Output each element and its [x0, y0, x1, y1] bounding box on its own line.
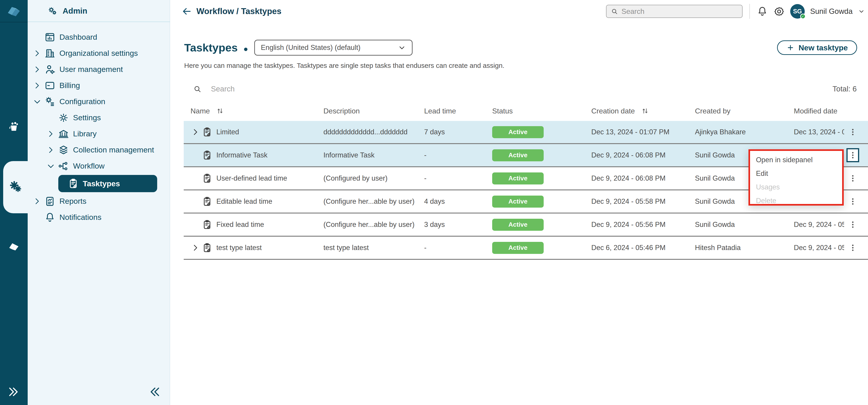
col-header-status: Status: [492, 107, 513, 115]
sidebar-item-label: Collection management: [73, 146, 154, 154]
tasktype-modified-date: Dec 9, 2024 - 05: [794, 244, 844, 252]
table-row[interactable]: Limitedddddddddddddd...ddddddd7 daysActi…: [184, 121, 868, 144]
table-row[interactable]: Fixed lead time(Configure her...able by …: [184, 214, 868, 237]
settings-gear-icon[interactable]: [773, 6, 785, 17]
tasktype-clipboard-icon: [202, 219, 213, 230]
chevron-placeholder: [32, 212, 42, 222]
row-expander-icon[interactable]: [190, 127, 200, 137]
tasktype-creation-date: Dec 9, 2024 - 05:56 PM: [591, 221, 695, 229]
user-avatar[interactable]: SG ✓: [790, 4, 805, 19]
bell-icon: [44, 212, 56, 223]
row-context-menu: Open in sidepanelEditUsagesDelete: [748, 149, 844, 206]
chevron-right-icon[interactable]: [46, 145, 56, 155]
rail-active-admin[interactable]: [3, 161, 28, 213]
tasktype-lead-time: -: [424, 174, 492, 182]
col-header-description: Description: [323, 107, 360, 115]
row-actions-kebab-icon[interactable]: [846, 194, 859, 209]
topbar-divider: [749, 4, 750, 19]
sort-creation-date-icon[interactable]: [641, 107, 649, 115]
global-search-input[interactable]: [621, 7, 730, 15]
tasktype-creation-date: Dec 9, 2024 - 05:58 PM: [591, 197, 695, 206]
sidebar-item-library[interactable]: Library: [28, 126, 170, 142]
status-badge: Active: [492, 219, 544, 231]
chevron-right-icon[interactable]: [32, 48, 42, 58]
sidebar-item-user-management[interactable]: User management: [28, 61, 170, 77]
tasktype-clipboard-icon: [202, 173, 213, 184]
topbar-right: SG ✓ Sunil Gowda: [606, 4, 865, 19]
gears-icon: [47, 6, 58, 16]
new-tasktype-button[interactable]: New tasktype: [777, 40, 857, 55]
layers-icon: [58, 144, 69, 156]
sidebar-item-notifications[interactable]: Notifications: [28, 209, 170, 225]
tasktype-lead-time: -: [424, 244, 492, 252]
back-arrow-icon[interactable]: [181, 6, 192, 17]
chevron-down-icon[interactable]: [32, 97, 42, 106]
tasktype-clipboard-icon: [202, 150, 213, 161]
sidebar-item-tasktypes[interactable]: Tasktypes: [58, 175, 157, 192]
row-actions-kebab-icon[interactable]: [846, 171, 859, 185]
chevron-right-icon[interactable]: [32, 81, 42, 91]
chevron-down-icon[interactable]: [46, 161, 56, 171]
content-cube-icon[interactable]: [0, 236, 28, 258]
row-actions-kebab-icon[interactable]: [846, 148, 859, 162]
sidebar-item-settings[interactable]: Settings: [28, 110, 170, 126]
sidebar-item-reports[interactable]: Reports: [28, 193, 170, 209]
row-actions-kebab-icon[interactable]: [846, 125, 859, 139]
table-search-input[interactable]: [211, 85, 415, 93]
tasktype-clipboard-icon: [202, 126, 213, 138]
sidebar-item-dashboard[interactable]: Dashboard: [28, 29, 170, 45]
tasktype-description: Informative Task: [323, 151, 424, 159]
language-select[interactable]: English (United States) (default): [254, 40, 412, 56]
sidebar-item-organizational-settings[interactable]: Organizational settings: [28, 45, 170, 61]
brand-logo-icon: [6, 5, 22, 18]
title-separator-dot: [244, 48, 247, 51]
page-subtitle: Here you can manage the tasktypes. Taskt…: [184, 62, 504, 69]
status-badge: Active: [492, 173, 544, 184]
tasktype-creation-date: Dec 6, 2024 - 05:46 PM: [591, 244, 695, 252]
sidebar-item-configuration[interactable]: Configuration: [28, 93, 170, 110]
col-header-lead-time: Lead time: [424, 107, 456, 115]
notifications-bell-icon[interactable]: [757, 6, 768, 17]
table-row[interactable]: test type latesttest type latest-ActiveD…: [184, 237, 868, 260]
sidebar-item-label: Settings: [73, 113, 101, 122]
building-icon: [44, 48, 56, 59]
sidebar-item-workflow[interactable]: Workflow: [28, 158, 170, 174]
user-name[interactable]: Sunil Gowda: [810, 7, 852, 15]
chevron-right-icon[interactable]: [32, 64, 42, 74]
user-menu-chevron-icon[interactable]: [858, 8, 865, 15]
row-expander-icon[interactable]: [190, 243, 200, 253]
global-search[interactable]: [606, 5, 743, 18]
sidebar-item-label: Organizational settings: [59, 49, 138, 58]
chevron-right-icon[interactable]: [32, 196, 42, 206]
sidebar-item-billing[interactable]: Billing: [28, 77, 170, 93]
sort-name-icon[interactable]: [216, 107, 224, 115]
sidebar-item-collection-management[interactable]: Collection management: [28, 142, 170, 158]
col-header-modified-date: Modified date: [794, 107, 837, 115]
bank-icon: [58, 128, 69, 140]
tasktype-name: Informative Task: [216, 151, 268, 159]
row-actions-kebab-icon[interactable]: [846, 241, 859, 255]
col-header-created-by: Created by: [695, 107, 731, 115]
dashboard-icon: [44, 31, 56, 43]
tasktype-description: (Configure her...able by user): [323, 221, 424, 229]
tasktype-creation-date: Dec 9, 2024 - 06:08 PM: [591, 151, 695, 159]
tasktype-description: (Configure her...able by user): [323, 197, 424, 206]
app-rail: [0, 0, 28, 405]
tasktype-lead-time: 4 days: [424, 197, 492, 206]
col-header-name: Name: [190, 107, 210, 115]
context-menu-item-open-in-sidepanel[interactable]: Open in sidepanel: [750, 153, 842, 167]
chevron-right-icon[interactable]: [46, 129, 56, 139]
tasktype-modified-date: Dec 9, 2024 - 05: [794, 221, 844, 229]
search-icon: [193, 85, 202, 93]
gear-icon: [58, 112, 69, 124]
table-search[interactable]: [184, 85, 833, 93]
row-expander-placeholder: [190, 150, 200, 160]
rail-divider: [0, 22, 28, 23]
expand-rail-icon[interactable]: [7, 385, 20, 398]
collapse-sidebar-icon[interactable]: [149, 385, 161, 398]
row-actions-kebab-icon[interactable]: [846, 218, 859, 232]
tasktype-name: Fixed lead time: [216, 221, 264, 229]
status-check-badge: ✓: [800, 13, 806, 19]
workspace-icon[interactable]: [0, 116, 28, 137]
context-menu-item-edit[interactable]: Edit: [750, 167, 842, 180]
